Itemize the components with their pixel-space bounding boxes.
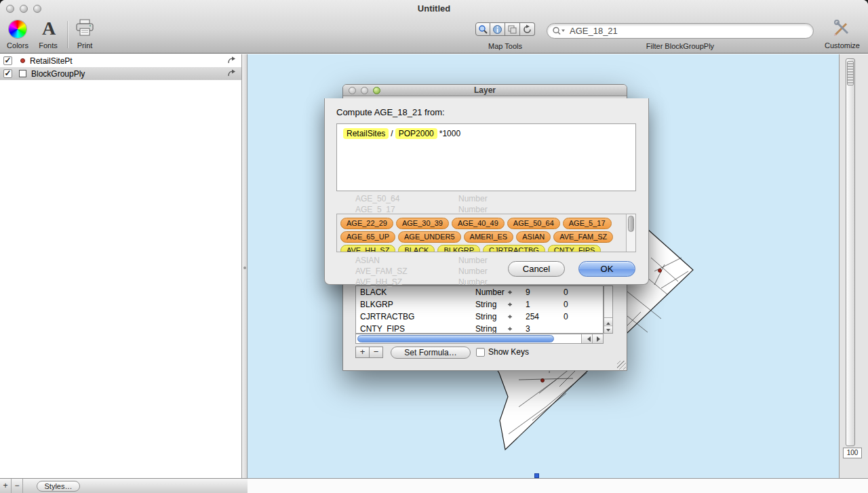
layer-window-title: Layer <box>343 85 627 96</box>
type-stepper[interactable] <box>507 288 514 296</box>
field-token[interactable]: AVE_HH_SZ <box>340 245 395 252</box>
field-token[interactable]: BLACK <box>398 245 435 252</box>
layer-visibility-checkbox[interactable]: ✓ <box>3 69 12 78</box>
layer-row-blockgroupply[interactable]: ✓ BlockGroupPly <box>0 67 241 80</box>
layer-row-retailsitept[interactable]: ✓ RetailSitePt <box>0 54 241 67</box>
customize-label[interactable]: Customize <box>818 41 867 50</box>
field-token[interactable]: AGE_30_39 <box>396 218 449 229</box>
filter-search-input[interactable]: AGE_18_21 <box>547 23 814 39</box>
info-icon <box>492 24 502 35</box>
layer-window-titlebar[interactable]: Layer <box>343 85 627 96</box>
splitter-grip[interactable] <box>243 267 246 269</box>
field-token[interactable]: AGE_50_64 <box>507 218 560 229</box>
table-row[interactable]: CJRTRACTBG String 254 0 <box>356 311 603 323</box>
rotate-tool-button[interactable] <box>520 22 535 36</box>
formula-field-token[interactable]: POP2000 <box>395 128 437 139</box>
info-tool-button[interactable] <box>490 22 505 36</box>
app-window: Untitled Colors A Fonts Print <box>0 0 868 493</box>
colors-button-label[interactable]: Colors <box>1 41 34 50</box>
remove-layer-button[interactable]: − <box>12 479 23 493</box>
search-value: AGE_18_21 <box>570 26 618 36</box>
zoom-button[interactable] <box>373 87 380 94</box>
formula-editor[interactable]: RetailSites/POP2000*1000 <box>336 123 636 191</box>
search-icon <box>553 26 566 35</box>
table-row[interactable]: CNTY_FIPS String 3 <box>356 323 603 334</box>
field-width[interactable]: 9 <box>526 288 564 297</box>
field-token[interactable]: CJRTRACTBG <box>483 245 545 252</box>
jump-to-layer-icon[interactable] <box>227 56 236 66</box>
add-field-button[interactable]: + <box>355 347 370 358</box>
styles-button[interactable]: Styles… <box>37 481 80 492</box>
token-row: AVE_HH_SZBLACKBLKGRPCJRTRACTBGCNTY_FIPS <box>340 243 632 252</box>
window-resize-grip[interactable] <box>617 361 626 370</box>
layer-visibility-checkbox[interactable]: ✓ <box>3 56 12 65</box>
field-token[interactable]: BLKGRP <box>437 245 480 252</box>
field-token[interactable]: ASIAN <box>516 231 551 243</box>
token-list-scrollbar[interactable] <box>626 214 635 252</box>
type-stepper[interactable] <box>507 313 514 321</box>
formula-field-token[interactable]: RetailSites <box>343 128 389 139</box>
scroll-left-button[interactable] <box>581 334 592 343</box>
fonts-icon[interactable]: A <box>39 18 58 39</box>
compute-field-sheet: Compute AGE_18_21 from: RetailSites/POP2… <box>324 98 649 285</box>
minimize-button[interactable] <box>361 87 368 94</box>
scroll-up-button[interactable] <box>604 317 612 325</box>
add-layer-button[interactable]: + <box>0 479 12 493</box>
point-symbol-icon <box>20 58 25 63</box>
field-token[interactable]: AGE_UNDER5 <box>398 231 461 243</box>
field-token[interactable]: AGE_40_49 <box>452 218 505 229</box>
zoom-slider-thumb[interactable] <box>847 61 854 85</box>
horizontal-scroll-thumb[interactable] <box>357 335 554 342</box>
ok-button[interactable]: OK <box>578 261 635 277</box>
table-horizontal-scrollbar[interactable] <box>355 334 604 344</box>
token-scroll-thumb[interactable] <box>628 216 634 232</box>
remove-field-button[interactable]: − <box>369 347 383 358</box>
field-value[interactable]: 0 <box>564 288 591 297</box>
dimmed-table-row: AVE_HH_SZNumber <box>355 277 586 287</box>
pane-splitter[interactable] <box>241 54 248 478</box>
set-formula-button[interactable]: Set Formula… <box>391 347 471 359</box>
field-value[interactable]: 0 <box>564 312 591 321</box>
field-type[interactable]: String <box>475 324 507 334</box>
cancel-button[interactable]: Cancel <box>508 261 565 277</box>
field-value[interactable]: 0 <box>564 300 591 309</box>
type-stepper[interactable] <box>507 300 514 309</box>
field-type[interactable]: String <box>475 312 507 321</box>
selection-handle[interactable] <box>534 473 539 478</box>
window-title: Untitled <box>0 3 868 14</box>
magnifier-icon <box>478 24 488 35</box>
customize-icon[interactable] <box>832 19 851 41</box>
field-token[interactable]: CNTY_FIPS <box>548 245 601 252</box>
close-button[interactable] <box>349 87 356 94</box>
color-wheel-icon[interactable] <box>9 20 26 38</box>
print-button-label[interactable]: Print <box>68 41 101 50</box>
show-keys-checkbox[interactable] <box>476 348 485 357</box>
field-token[interactable]: AGE_65_UP <box>340 231 395 243</box>
field-token[interactable]: AMERI_ES <box>464 231 514 243</box>
field-width[interactable]: 254 <box>526 312 564 321</box>
pages-tool-button[interactable] <box>505 22 520 36</box>
field-token[interactable]: AGE_22_29 <box>340 218 393 229</box>
scroll-down-button[interactable] <box>604 326 612 333</box>
field-token-list: AGE_22_29AGE_30_39AGE_40_49AGE_50_64AGE_… <box>336 214 636 252</box>
zoom-tool-button[interactable] <box>475 22 490 36</box>
pages-icon <box>507 24 517 35</box>
jump-to-layer-icon[interactable] <box>227 69 236 79</box>
field-token[interactable]: AGE_5_17 <box>563 218 612 229</box>
table-row[interactable]: BLKGRP String 1 0 <box>356 298 603 311</box>
fonts-button-label[interactable]: Fonts <box>33 41 64 50</box>
table-vertical-scrollbar[interactable] <box>604 285 613 334</box>
rotate-icon <box>522 24 532 35</box>
scroll-right-button[interactable] <box>592 334 603 343</box>
zoom-value-box[interactable]: 100 <box>843 448 862 458</box>
field-type[interactable]: Number <box>475 288 507 297</box>
type-stepper[interactable] <box>507 325 514 333</box>
field-token[interactable]: AVE_FAM_SZ <box>553 231 613 243</box>
field-width[interactable]: 3 <box>526 324 564 334</box>
field-width[interactable]: 1 <box>526 300 564 309</box>
field-type[interactable]: String <box>475 300 507 309</box>
show-keys-control: Show Keys <box>476 347 529 357</box>
table-row[interactable]: BLACK Number 9 0 <box>356 286 603 298</box>
zoom-slider-track[interactable] <box>846 58 855 446</box>
printer-icon[interactable] <box>75 19 95 40</box>
